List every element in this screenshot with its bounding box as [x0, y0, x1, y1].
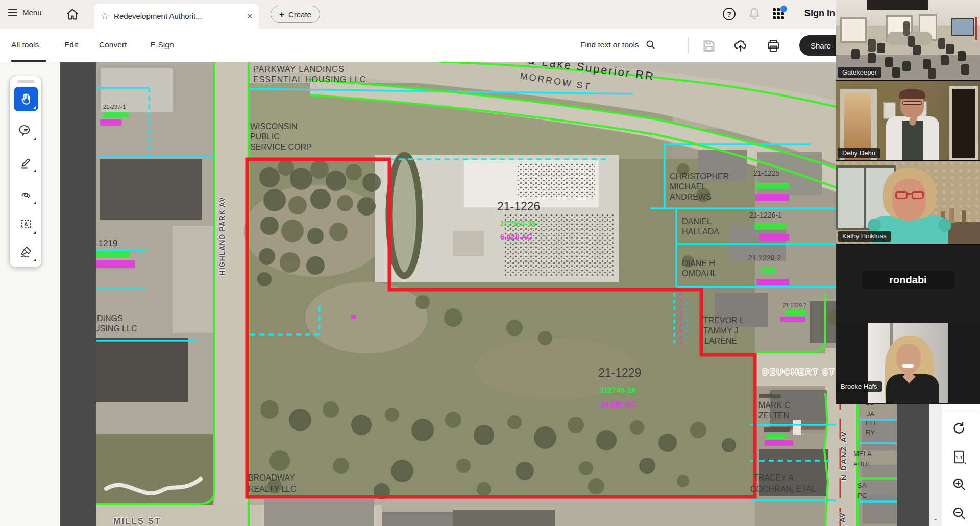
map-label: 21-1226-1 [749, 211, 782, 219]
map-value-chip [785, 310, 806, 315]
video-tile-gatekeeper[interactable]: Gatekeeper [836, 0, 980, 80]
video-tile-rondabi[interactable]: rondabi [836, 244, 980, 321]
map-label: DEUCHERT ST [763, 368, 836, 377]
rotate-icon [951, 420, 967, 436]
participant-name: Brooke Hafs [836, 381, 882, 392]
highlighter-icon [19, 156, 33, 169]
map-label: REALTY LLC [248, 485, 297, 494]
rotate-view-button[interactable] [949, 418, 969, 438]
panel-drag-handle[interactable] [17, 80, 35, 83]
map-value-chip [760, 234, 789, 241]
map-label: BROADWAY [248, 474, 295, 483]
svg-text:1:1: 1:1 [955, 455, 963, 460]
print-button[interactable] [766, 38, 781, 54]
create-label: Create [288, 10, 311, 19]
map-value-chip [765, 440, 793, 446]
notifications-button[interactable] [747, 6, 762, 21]
zoom-out-icon [951, 506, 967, 521]
save-button[interactable] [701, 38, 717, 54]
app-launcher-button[interactable] [773, 8, 785, 20]
map-label: CHRISTOPHER [670, 173, 729, 181]
fill-and-sign-tool-button[interactable] [14, 240, 38, 264]
map-value-chip [96, 251, 130, 258]
map-label: 21-1220-2 [748, 254, 781, 262]
map-value-chip [760, 394, 781, 398]
video-tile-brooke-hafs[interactable]: Brooke Hafs [836, 321, 980, 404]
map-label: TREVOR L [703, 317, 744, 325]
participant-name: Gatekeeper [838, 67, 881, 78]
draw-tool-button[interactable] [14, 182, 38, 207]
document-tab[interactable]: ☆ Redevelopment Authorit... ✕ [94, 4, 259, 29]
map-label: PARKWAY LANDINGS [253, 65, 345, 74]
highlight-tool-button[interactable] [14, 150, 38, 175]
tab-esign[interactable]: E-Sign [150, 40, 174, 50]
tab-all-tools[interactable]: All tools [11, 40, 39, 50]
map-value-chip [96, 260, 135, 268]
draw-icon [19, 188, 33, 201]
map-label: RY [866, 429, 875, 436]
star-icon[interactable]: ☆ [101, 11, 109, 21]
participant-name: Deby Dehn [838, 148, 880, 158]
video-tile-kathy-hinkfuss[interactable]: Kathy Hinkfuss [836, 160, 980, 244]
create-button[interactable]: + Create [271, 6, 320, 23]
map-label: PUBLIC [250, 133, 280, 141]
active-tab-underline [11, 60, 46, 62]
sign-in-button[interactable]: Sign in [804, 8, 835, 19]
video-tile-deby-dehn[interactable]: Deby Dehn [836, 80, 980, 160]
hamburger-icon [8, 7, 17, 18]
zoom-in-button[interactable] [949, 474, 969, 494]
tab-edit[interactable]: Edit [64, 40, 78, 50]
map-label: SA [857, 482, 866, 489]
map-label: DIANE H [682, 259, 715, 268]
hand-icon [19, 92, 33, 106]
find-text-or-tools[interactable]: Find text or tools [580, 39, 656, 51]
map-label: 21-1219 [96, 239, 117, 248]
rail-divider [945, 412, 977, 412]
map-value-chip [103, 112, 129, 117]
participant-name: rondabi [836, 274, 980, 286]
map-value-chip [755, 183, 789, 189]
map-value-chip [764, 427, 790, 432]
zoom-in-icon [951, 476, 967, 492]
add-text-box-tool-button[interactable]: A [14, 212, 38, 236]
map-value-chip [755, 194, 789, 201]
upload-cloud-button[interactable] [733, 38, 748, 53]
fill-sign-icon [19, 245, 33, 258]
map-label: 21-1226 [497, 200, 540, 212]
map-label: 21-1225 [753, 170, 779, 177]
map-label: ANDREWS [670, 193, 712, 202]
add-comment-tool-button[interactable] [14, 118, 38, 143]
print-icon [766, 38, 781, 54]
map-label: ABUI [853, 461, 869, 468]
home-button[interactable] [65, 7, 80, 21]
title-bar: Menu ☆ Redevelopment Authorit... ✕ + Cre… [0, 0, 980, 29]
map-value-chip [780, 317, 805, 322]
map-label: TRACEY A [753, 474, 794, 483]
map-label: MILLS ST [113, 517, 161, 526]
map-label: MICHAEL [670, 183, 706, 192]
tab-convert[interactable]: Convert [99, 40, 127, 50]
close-tab-icon[interactable]: ✕ [247, 12, 253, 20]
map-label: J12746-16 [599, 386, 636, 394]
app-toolbar: All tools Edit Convert E-Sign Find text … [0, 29, 980, 62]
help-button[interactable]: ? [723, 8, 736, 20]
menu-label: Menu [22, 8, 42, 17]
map-labels-layer: PARKWAY LANDINGSESSENTIAL HOUSING LLC& L… [96, 62, 897, 526]
scroll-down-arrow[interactable]: ⌄ [929, 512, 942, 524]
map-label: N DANZ AV [840, 431, 848, 481]
participant-name: Kathy Hinkfuss [838, 231, 891, 242]
map-label: DANIEL [682, 218, 712, 226]
video-conference-panel: Gatekeeper Deby Dehn [836, 0, 980, 404]
document-area: PARKWAY LANDINGSESSENTIAL HOUSING LLC& L… [0, 62, 980, 526]
actual-size-button[interactable]: 1:1 [949, 447, 969, 467]
document-page[interactable]: PARKWAY LANDINGSESSENTIAL HOUSING LLC& L… [96, 62, 897, 526]
map-label: JA [867, 411, 874, 418]
map-label: 21-297-1 [103, 104, 126, 110]
hand-tool-button[interactable] [14, 87, 38, 111]
map-label: J12960-39 [499, 220, 536, 228]
menu-button[interactable]: Menu [8, 7, 42, 18]
map-value-chip [756, 279, 789, 285]
help-icon: ? [727, 10, 731, 18]
zoom-out-button[interactable] [949, 503, 969, 523]
cloud-upload-icon [733, 38, 748, 53]
